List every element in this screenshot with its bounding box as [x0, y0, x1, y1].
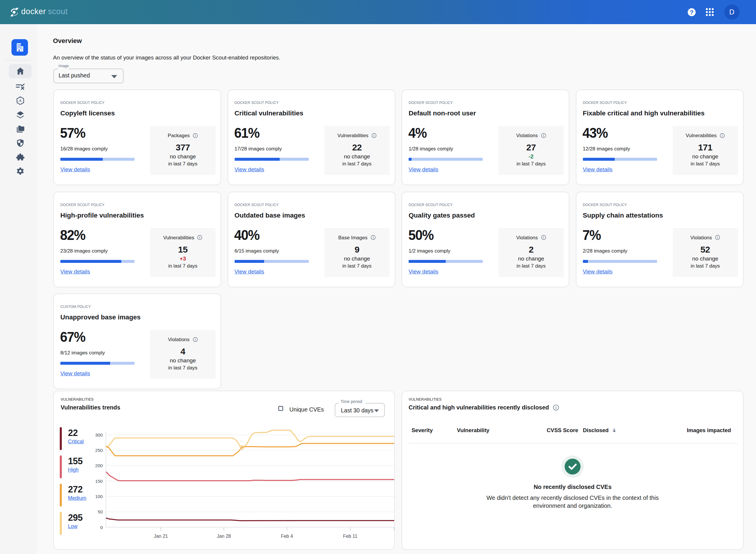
svg-text:50: 50	[98, 509, 103, 514]
svg-text:Feb 11: Feb 11	[343, 534, 358, 539]
svg-text:Jan 28: Jan 28	[217, 534, 231, 539]
svg-text:150: 150	[95, 479, 103, 484]
svg-text:200: 200	[95, 463, 103, 468]
svg-text:0: 0	[100, 525, 103, 530]
svg-text:300: 300	[95, 432, 103, 437]
svg-text:Jan 21: Jan 21	[154, 534, 168, 539]
svg-text:250: 250	[95, 448, 103, 453]
svg-text:100: 100	[95, 494, 103, 499]
svg-text:Feb 4: Feb 4	[281, 534, 293, 539]
